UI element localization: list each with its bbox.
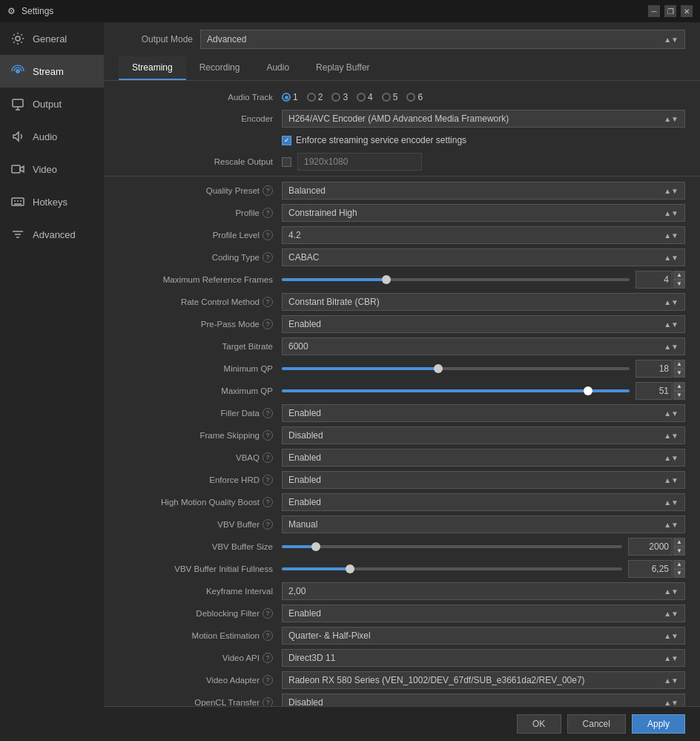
maximum-qp-thumb[interactable] <box>584 386 592 395</box>
maximum-qp-spinbox[interactable]: 51 <box>635 382 673 400</box>
rate-control-dropdown[interactable]: Constant Bitrate (CBR) ▲▼ <box>282 293 685 311</box>
settings-scroll[interactable]: Audio Track 1 2 <box>104 81 700 706</box>
radio-track-3[interactable]: 3 <box>331 92 348 102</box>
coding-type-dropdown[interactable]: CABAC ▲▼ <box>282 248 685 266</box>
tab-replay-buffer[interactable]: Replay Buffer <box>303 56 383 80</box>
encoder-dropdown[interactable]: H264/AVC Encoder (AMD Advanced Media Fra… <box>282 110 685 128</box>
vbv-buffer-fullness-spin-down[interactable]: ▼ <box>673 569 685 578</box>
max-ref-frames-spinbox[interactable]: 4 <box>635 271 673 289</box>
radio-track-4[interactable]: 4 <box>357 92 373 102</box>
apply-button[interactable]: Apply <box>632 714 685 734</box>
vbv-buffer-size-spin-down[interactable]: ▼ <box>673 547 685 556</box>
video-adapter-dropdown[interactable]: Radeon RX 580 Series (VEN_1002/DEV_67df/… <box>282 671 685 689</box>
profile-dropdown[interactable]: Constrained High ▲▼ <box>282 204 685 222</box>
max-ref-frames-spin-up[interactable]: ▲ <box>673 271 685 280</box>
video-icon <box>10 162 25 177</box>
frame-skipping-dropdown[interactable]: Disabled ▲▼ <box>282 427 685 444</box>
opencl-transfer-row: OpenCL Transfer ? Disabled ▲▼ <box>104 691 700 706</box>
cancel-button[interactable]: Cancel <box>567 714 626 734</box>
opencl-transfer-help-icon[interactable]: ? <box>262 697 273 706</box>
vbv-buffer-size-thumb[interactable] <box>311 542 320 551</box>
keyframe-interval-dropdown[interactable]: 2,00 ▲▼ <box>282 582 685 600</box>
video-api-row: Video API ? Direct3D 11 ▲▼ <box>104 647 700 669</box>
enforce-hrd-label: Enforce HRD ? <box>119 475 282 485</box>
profile-level-help-icon[interactable]: ? <box>262 230 273 240</box>
video-api-dropdown[interactable]: Direct3D 11 ▲▼ <box>282 649 685 667</box>
sidebar-item-stream[interactable]: Stream <box>0 55 104 88</box>
rate-control-help-icon[interactable]: ? <box>262 297 273 307</box>
frame-skipping-help-icon[interactable]: ? <box>262 430 273 441</box>
vbv-buffer-size-spinbox[interactable]: 2000 <box>628 538 673 556</box>
minimum-qp-thumb[interactable] <box>434 364 443 373</box>
radio-track-2[interactable]: 2 <box>307 92 323 102</box>
minimum-qp-spin-up[interactable]: ▲ <box>673 360 685 369</box>
vbv-buffer-fullness-spin-up[interactable]: ▲ <box>673 560 685 569</box>
sidebar-item-video[interactable]: Video <box>0 153 104 185</box>
tab-streaming[interactable]: Streaming <box>119 56 186 80</box>
rescale-checkbox[interactable] <box>282 157 291 167</box>
close-button[interactable]: ✕ <box>681 5 693 17</box>
deblocking-filter-value: Enabled ▲▼ <box>282 605 685 622</box>
profile-level-dropdown[interactable]: 4.2 ▲▼ <box>282 226 685 244</box>
vbv-buffer-help-icon[interactable]: ? <box>262 519 273 530</box>
target-bitrate-dropdown[interactable]: 6000 ▲▼ <box>282 337 685 355</box>
minimum-qp-spinbox[interactable]: 18 <box>635 360 673 378</box>
minimum-qp-track[interactable] <box>282 367 630 370</box>
sidebar-item-hotkeys[interactable]: Hotkeys <box>0 185 104 218</box>
max-ref-frames-thumb[interactable] <box>382 275 391 284</box>
tab-audio[interactable]: Audio <box>253 56 303 80</box>
motion-estimation-dropdown[interactable]: Quarter- & Half-Pixel ▲▼ <box>282 627 685 645</box>
enforce-hrd-value: Enabled ▲▼ <box>282 471 685 489</box>
enforce-hrd-row: Enforce HRD ? Enabled ▲▼ <box>104 469 700 491</box>
vbaq-dropdown[interactable]: Enabled ▲▼ <box>282 449 685 467</box>
video-adapter-help-icon[interactable]: ? <box>262 675 273 685</box>
enforce-checkbox[interactable] <box>282 136 291 145</box>
deblocking-filter-help-icon[interactable]: ? <box>262 608 273 619</box>
enforce-hrd-dropdown[interactable]: Enabled ▲▼ <box>282 471 685 489</box>
frame-skipping-chevron: ▲▼ <box>664 432 678 440</box>
max-ref-frames-spin-down[interactable]: ▼ <box>673 280 685 289</box>
deblocking-filter-dropdown[interactable]: Enabled ▲▼ <box>282 605 685 622</box>
titlebar-controls: ─ ❐ ✕ <box>648 5 693 17</box>
sidebar-item-audio[interactable]: Audio <box>0 120 104 153</box>
rescale-input[interactable] <box>297 153 422 171</box>
restore-button[interactable]: ❐ <box>664 5 676 17</box>
enforce-hrd-help-icon[interactable]: ? <box>262 475 273 485</box>
output-mode-select[interactable]: Advanced ▲▼ <box>200 30 685 49</box>
radio-track-5[interactable]: 5 <box>382 92 398 102</box>
motion-estimation-help-icon[interactable]: ? <box>262 630 273 641</box>
pre-pass-mode-dropdown[interactable]: Enabled ▲▼ <box>282 315 685 333</box>
vbv-buffer-size-spin-up[interactable]: ▲ <box>673 538 685 547</box>
minimize-button[interactable]: ─ <box>648 5 660 17</box>
quality-preset-help-icon[interactable]: ? <box>262 185 273 196</box>
quality-preset-dropdown[interactable]: Balanced ▲▼ <box>282 182 685 200</box>
video-api-help-icon[interactable]: ? <box>262 653 273 663</box>
vbaq-help-icon[interactable]: ? <box>262 452 273 463</box>
sidebar-item-output[interactable]: Output <box>0 88 104 120</box>
max-ref-frames-track[interactable] <box>282 278 630 281</box>
sidebar-item-advanced[interactable]: Advanced <box>0 218 104 251</box>
vbv-buffer-fullness-spinbox[interactable]: 6,25 <box>628 560 673 578</box>
profile-help-icon[interactable]: ? <box>262 208 273 218</box>
radio-track-1[interactable]: 1 <box>282 92 298 102</box>
tab-recording[interactable]: Recording <box>186 56 254 80</box>
ok-button[interactable]: OK <box>517 714 561 734</box>
filler-data-dropdown[interactable]: Enabled ▲▼ <box>282 404 685 422</box>
vbv-buffer-size-track[interactable] <box>282 545 622 548</box>
hmqb-help-icon[interactable]: ? <box>262 497 273 507</box>
radio-track-6[interactable]: 6 <box>406 92 423 102</box>
pre-pass-mode-help-icon[interactable]: ? <box>262 319 273 329</box>
hmqb-dropdown[interactable]: Enabled ▲▼ <box>282 493 685 511</box>
rate-control-label: Rate Control Method ? <box>119 297 282 307</box>
maximum-qp-spin-up[interactable]: ▲ <box>673 382 685 391</box>
maximum-qp-spin-down[interactable]: ▼ <box>673 391 685 400</box>
vbv-buffer-dropdown[interactable]: Manual ▲▼ <box>282 516 685 533</box>
sidebar-item-general[interactable]: General <box>0 22 104 55</box>
minimum-qp-spin-down[interactable]: ▼ <box>673 369 685 378</box>
vbv-buffer-fullness-track[interactable] <box>282 567 622 570</box>
coding-type-help-icon[interactable]: ? <box>262 252 273 263</box>
opencl-transfer-dropdown[interactable]: Disabled ▲▼ <box>282 694 685 706</box>
filler-data-help-icon[interactable]: ? <box>262 408 273 418</box>
maximum-qp-track[interactable] <box>282 389 630 392</box>
vbv-buffer-fullness-thumb[interactable] <box>346 564 354 573</box>
